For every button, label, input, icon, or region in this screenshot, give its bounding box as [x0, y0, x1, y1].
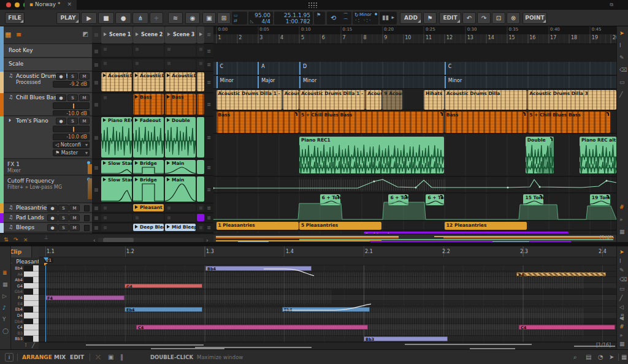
tempo-value[interactable]: 95.00 — [255, 12, 270, 18]
grid-view-icon[interactable]: ▦ — [5, 31, 11, 39]
cue-button[interactable]: ◉ — [185, 12, 200, 24]
display-profile-icon[interactable]: ▣ — [108, 354, 113, 360]
pointer-icon[interactable]: ➤ — [609, 354, 614, 360]
launcher-cell-empty[interactable] — [101, 204, 132, 211]
delete-button[interactable]: ⊗ — [507, 12, 520, 24]
arranger-lane-piano[interactable]: Piano REC1DoublePiano REC alt — [213, 134, 616, 176]
piano-panel-icon[interactable]: ▦ — [621, 354, 627, 360]
bass-arm-button[interactable]: ● — [56, 94, 66, 101]
key-marker[interactable]: C — [216, 62, 224, 75]
editor-gutter-icon-3[interactable]: ♪ — [2, 305, 6, 311]
editor-beat-ruler[interactable]: 1.11.21.31.42.12.22.32.4 — [39, 246, 616, 257]
piano-routing-select[interactable]: ⚑ Master▾ — [53, 150, 90, 156]
padlands-solo-button[interactable]: S — [58, 214, 69, 221]
arranger-lane-rootkey[interactable]: CADC — [213, 62, 616, 75]
scale-marker[interactable]: Minor — [299, 76, 316, 88]
launcher-clip-cutoff[interactable]: Bridge — [133, 176, 164, 202]
song-time-value[interactable]: 1:00.782 — [286, 18, 310, 25]
undo-button[interactable]: ↶ — [462, 12, 476, 24]
play-button[interactable]: ▶ — [81, 12, 97, 24]
bar-ruler[interactable]: 1234567891011121314151617181920 — [213, 34, 616, 44]
mixer-sliders-icon[interactable]: ‖ — [120, 354, 123, 360]
launcher-cell-empty[interactable] — [165, 214, 196, 221]
launcher-cell-empty[interactable] — [101, 224, 132, 231]
launcher-clip-piano[interactable] — [197, 117, 204, 157]
copy-button[interactable]: ⊡ — [492, 12, 505, 24]
arranger-clip-drums[interactable]: 9 Acoustic — [382, 90, 402, 110]
panel-edit-icon[interactable]: ◩ — [83, 31, 88, 37]
stop-clip-button[interactable] — [94, 81, 98, 85]
track-header-cutoff[interactable]: Cutoff FrequencyFilter+ » Low-pass MG — [4, 176, 92, 203]
play-menu-button[interactable]: PLAY — [56, 12, 80, 24]
editor-gutter-icon-0[interactable]: ≣ — [2, 270, 7, 276]
track-header-piano[interactable]: ⏵Tom's Piano●SM-10.0 dB◁ Notconfi▾⚑ Mast… — [4, 116, 92, 159]
playhead-handle[interactable] — [44, 257, 48, 261]
arranger-lane-drums[interactable]: Acoustic Drums Dilla 1 - w PercAcoustic … — [213, 89, 616, 110]
key-footer-icon-1[interactable]: ╱ — [32, 343, 35, 348]
stop-clip-button[interactable] — [94, 50, 98, 53]
arranger-clip-drums[interactable]: Acoustic Drums Dilla 1 - w Perc — [299, 90, 365, 110]
bass-volume-value[interactable]: -10.0 dB — [53, 110, 90, 116]
launcher-cell-empty[interactable] — [197, 59, 204, 70]
arranger-tool-2[interactable]: ✎ — [619, 55, 624, 61]
track-launcher-menu-icon[interactable]: ≣ — [207, 225, 211, 230]
track-launcher-menu-icon[interactable]: ≣ — [207, 187, 211, 192]
panel-resize-handle[interactable]: ⊥ — [44, 235, 48, 240]
launcher-cell-empty[interactable] — [165, 59, 196, 70]
editor-tool-5[interactable]: ╱ — [619, 295, 622, 301]
track-header-padlands[interactable]: ♫Pad Lands●SM — [4, 213, 92, 222]
tempo-display[interactable]: 95.00 ◺ 4/4 — [248, 12, 273, 25]
pleasantries-mute-button[interactable]: M — [69, 205, 80, 211]
arranger-lane-cutoff[interactable]: 6 + Tom6 + Tom6 + Tom15 Tom's F19 Tom's … — [213, 194, 616, 221]
overdub-button[interactable]: + — [150, 12, 163, 24]
close-window-light[interactable] — [6, 2, 11, 7]
piano-volume-fader[interactable] — [53, 126, 90, 132]
automation-fader[interactable] — [88, 164, 92, 174]
editor-gutter-icon-2[interactable]: ▷ — [2, 293, 7, 299]
stop-button[interactable]: ■ — [98, 12, 114, 24]
arranger-tool-bottom-1[interactable]: » — [619, 216, 623, 222]
redo-button[interactable]: ↷ — [477, 12, 491, 24]
editor-velocity-lane[interactable] — [39, 342, 616, 349]
scene-header-2[interactable]: Scene 2 — [133, 26, 164, 44]
padlands-arm-button[interactable]: ● — [47, 214, 58, 221]
launcher-clip-drums[interactable]: AcousticDr — [101, 72, 132, 91]
arranger-clip-drums[interactable]: Acoustic D — [283, 90, 299, 110]
fade-out-icon[interactable]: ⌒ — [343, 17, 348, 25]
minimize-window-light[interactable] — [15, 2, 20, 7]
arranger-lane-padlands[interactable]: Pad Lands — [213, 231, 616, 233]
launcher-clip-drums[interactable]: AcousticDr — [133, 72, 164, 91]
padlands-mini-fader[interactable] — [84, 215, 90, 221]
launcher-clip-bleeps[interactable]: Deep Bleep — [133, 224, 164, 231]
editor-gutter-icon-4[interactable]: Y — [2, 316, 6, 322]
scene-header-1[interactable]: Scene 1 — [101, 26, 132, 44]
arranger-lane-bass[interactable]: Bass5 + Chill Blues BassBass5 + Chill Bl… — [213, 111, 616, 134]
scale-marker[interactable]: Minor — [216, 76, 234, 88]
launcher-clip-bleeps[interactable]: Mid Bleep — [165, 224, 196, 231]
arranger-lane-pleasantries[interactable]: 1 Pleasantries5 Pleasantries12 Pleasantr… — [213, 221, 616, 230]
loop-icon[interactable]: ⟲ — [331, 14, 336, 22]
arranger-clip-pleasantries[interactable]: 12 Pleasantries — [445, 222, 527, 230]
track-launcher-menu-icon[interactable]: ≣ — [207, 215, 211, 221]
arranger-clip-pleasantries[interactable]: 1 Pleasantries — [216, 222, 299, 230]
groove-display[interactable]: ↻ Minor ·: ·:· — [353, 12, 378, 25]
clock-icon[interactable]: ◔ — [598, 354, 603, 360]
view-arrange-button[interactable]: ARRANGE — [22, 354, 52, 360]
launcher-clip-bass[interactable]: Bass — [133, 94, 164, 115]
stop-clip-button[interactable] — [94, 226, 98, 230]
time-ruler[interactable]: 0:000:050:100:150:200:250:300:350:400:45 — [213, 26, 616, 34]
launcher-clip-piano[interactable]: Fadeout — [133, 117, 164, 157]
piano-key-white[interactable] — [24, 271, 39, 278]
drums-arm-button[interactable]: ● — [56, 73, 66, 80]
launcher-clip-cutoff[interactable]: Slow Start — [101, 176, 132, 202]
launcher-cell-empty[interactable] — [197, 204, 204, 211]
arrangement-overview[interactable] — [213, 235, 616, 242]
editor-marker-lane[interactable]: 21 — [39, 257, 616, 265]
arranger-tool-bottom-2[interactable]: ▦ — [619, 229, 625, 235]
transport-mode-display[interactable]: ▭ ⇄ — [232, 12, 247, 25]
editor-tool-2[interactable]: ✎ — [619, 267, 624, 273]
drums-solo-button[interactable]: S — [67, 73, 78, 80]
arranger-clip-piano[interactable]: Piano REC alt — [580, 137, 616, 173]
track-launcher-menu-icon[interactable]: ≣ — [207, 135, 211, 140]
view-mix-button[interactable]: MIX — [54, 354, 66, 360]
